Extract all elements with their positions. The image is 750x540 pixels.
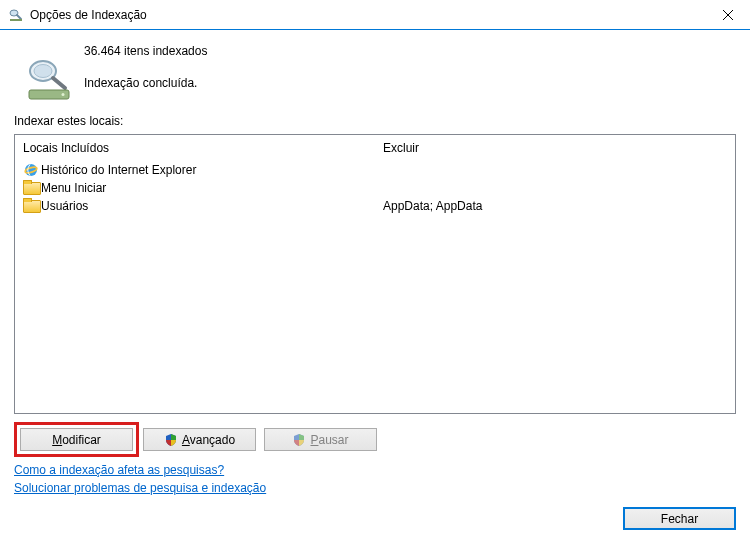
list-item-label: Histórico do Internet Explorer bbox=[41, 163, 196, 177]
titlebar-text: Opções de Indexação bbox=[30, 8, 705, 22]
exclude-item-label: AppData; AppData bbox=[383, 199, 482, 213]
list-item-label: Usuários bbox=[41, 199, 88, 213]
pause-label: Pausar bbox=[310, 433, 348, 447]
indexing-options-icon bbox=[8, 7, 24, 23]
link-troubleshoot[interactable]: Solucionar problemas de pesquisa e index… bbox=[14, 481, 266, 495]
status-icon-wrap bbox=[14, 38, 84, 102]
pause-button: Pausar bbox=[264, 428, 377, 451]
exclude-empty-row bbox=[375, 161, 735, 179]
exclude-item[interactable]: AppData; AppData bbox=[375, 197, 735, 215]
advanced-button[interactable]: Avançado bbox=[143, 428, 256, 451]
advanced-label: Avançado bbox=[182, 433, 235, 447]
links-wrap: Como a indexação afeta as pesquisas? Sol… bbox=[14, 463, 736, 499]
indexing-complete: Indexação concluída. bbox=[84, 76, 207, 90]
exclude-empty-row bbox=[375, 179, 735, 197]
svg-point-9 bbox=[62, 93, 65, 96]
column-header-included[interactable]: Locais Incluídos bbox=[15, 135, 375, 161]
svg-point-6 bbox=[34, 65, 52, 78]
listbox-body: Histórico do Internet Explorer Menu Inic… bbox=[15, 161, 735, 413]
locations-listbox: Locais Incluídos Excluir Histórico do In… bbox=[14, 134, 736, 414]
locations-label: Indexar estes locais: bbox=[14, 114, 736, 128]
button-row: Modificar Avançado Pausar bbox=[14, 422, 736, 457]
list-item-label: Menu Iniciar bbox=[41, 181, 106, 195]
shield-icon bbox=[292, 433, 306, 447]
ie-icon bbox=[23, 162, 39, 178]
titlebar: Opções de Indexação bbox=[0, 0, 750, 30]
status-row: 36.464 itens indexados Indexação concluí… bbox=[14, 38, 736, 102]
list-item[interactable]: Histórico do Internet Explorer bbox=[15, 161, 375, 179]
svg-rect-2 bbox=[10, 19, 22, 21]
highlight-box: Modificar bbox=[14, 422, 139, 457]
folder-icon bbox=[23, 198, 39, 214]
link-how-indexing-affects[interactable]: Como a indexação afeta as pesquisas? bbox=[14, 463, 224, 477]
column-header-exclude[interactable]: Excluir bbox=[375, 135, 735, 161]
status-text: 36.464 itens indexados Indexação concluí… bbox=[84, 38, 207, 102]
svg-line-1 bbox=[17, 15, 21, 19]
exclude-column: AppData; AppData bbox=[375, 161, 735, 413]
indexed-count: 36.464 itens indexados bbox=[84, 44, 207, 58]
list-item[interactable]: Usuários bbox=[15, 197, 375, 215]
shield-icon bbox=[164, 433, 178, 447]
listbox-headers: Locais Incluídos Excluir bbox=[15, 135, 735, 161]
close-button[interactable]: Fechar bbox=[623, 507, 736, 530]
footer-row: Fechar bbox=[14, 507, 736, 530]
modify-label: Modificar bbox=[52, 433, 101, 447]
dialog-content: 36.464 itens indexados Indexação concluí… bbox=[0, 30, 750, 540]
modify-button[interactable]: Modificar bbox=[20, 428, 133, 451]
magnifier-drive-icon bbox=[25, 56, 73, 102]
included-column: Histórico do Internet Explorer Menu Inic… bbox=[15, 161, 375, 413]
folder-icon bbox=[23, 180, 39, 196]
close-icon[interactable] bbox=[705, 0, 750, 29]
list-item[interactable]: Menu Iniciar bbox=[15, 179, 375, 197]
svg-line-7 bbox=[53, 78, 65, 88]
